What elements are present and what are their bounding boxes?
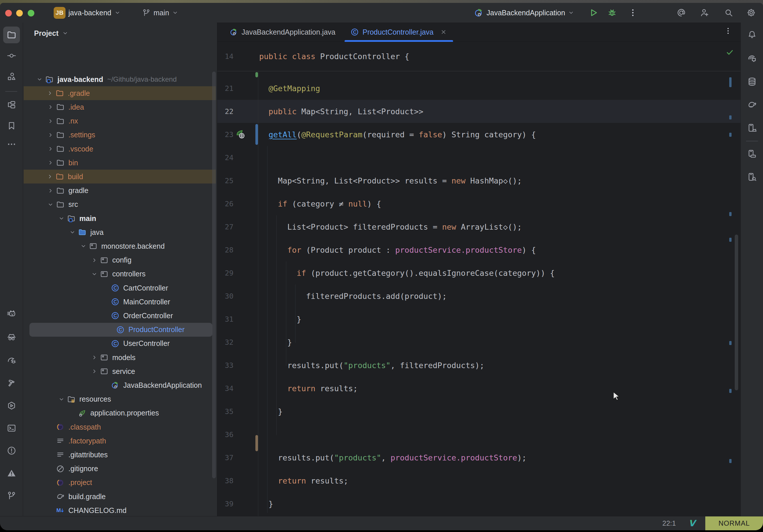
- ideavim-icon[interactable]: V: [688, 518, 698, 528]
- tree-item--project[interactable]: .project: [24, 476, 215, 489]
- tree-item--gradle[interactable]: .gradle: [24, 86, 216, 100]
- line-number[interactable]: 29: [217, 262, 234, 284]
- tool-terminal-button[interactable]: [3, 420, 20, 437]
- tree-item--vscode[interactable]: .vscode: [24, 142, 215, 156]
- tree-item-maincontroller[interactable]: CMainController: [24, 295, 215, 309]
- chevron-right-icon[interactable]: [89, 257, 99, 264]
- line-number[interactable]: 37: [217, 446, 234, 469]
- tree-item-src[interactable]: src: [24, 198, 215, 211]
- code-line-31[interactable]: 31 }: [217, 308, 740, 331]
- tree-item-cartcontroller[interactable]: CCartController: [24, 281, 215, 295]
- tool-notifications-button[interactable]: [744, 26, 760, 43]
- chevron-right-icon[interactable]: [45, 90, 55, 96]
- tool-bookmarks-button[interactable]: [3, 117, 20, 134]
- project-widget[interactable]: JB java-backend: [54, 3, 121, 23]
- maximize-window-button[interactable]: [28, 10, 34, 16]
- tool-gradle-button[interactable]: [744, 96, 760, 113]
- line-number[interactable]: 21: [217, 77, 234, 100]
- tree-item-java[interactable]: java: [24, 225, 215, 239]
- code-line-30[interactable]: 30 filteredProducts.add(product);: [217, 284, 740, 308]
- tree-item-bin[interactable]: bin: [24, 156, 215, 170]
- close-tab-icon[interactable]: [440, 28, 447, 36]
- code-line-32[interactable]: 32 }: [217, 331, 740, 354]
- line-number[interactable]: 33: [217, 354, 234, 377]
- code-line-25[interactable]: 25 Map<String, List<Product>> results = …: [217, 169, 740, 192]
- tab-javabackendapplication-java[interactable]: JavaBackendApplication.java: [222, 23, 343, 42]
- code-line-26[interactable]: 26 if (category ≠ null) {: [217, 192, 740, 215]
- chevron-down-icon[interactable]: [56, 396, 66, 402]
- chevron-down-icon[interactable]: [78, 243, 88, 249]
- tree-item-application-properties[interactable]: application.properties: [24, 406, 215, 420]
- tool-services-button[interactable]: [3, 397, 20, 414]
- inspections-ok-icon[interactable]: [725, 48, 734, 56]
- code-line-21[interactable]: 21 @GetMapping: [217, 77, 740, 100]
- code-line-38[interactable]: 38 return results;: [217, 469, 740, 492]
- tree-item-build[interactable]: build: [24, 170, 216, 183]
- tool-database-button[interactable]: [744, 73, 760, 90]
- tool-warnings-button[interactable]: [3, 465, 20, 481]
- tool-more-button[interactable]: [3, 136, 20, 153]
- branch-widget[interactable]: main: [142, 3, 178, 23]
- tree-item--gitignore[interactable]: .gitignore: [24, 462, 215, 476]
- editor-scrollbar[interactable]: [735, 235, 738, 390]
- tree-item--idea[interactable]: .idea: [24, 100, 215, 114]
- code-line-29[interactable]: 29 if (product.getCategory().equalsIgnor…: [217, 262, 740, 284]
- line-number[interactable]: 25: [217, 169, 234, 192]
- line-number[interactable]: 23: [217, 123, 234, 146]
- tree-item-gradle[interactable]: gradle: [24, 184, 215, 198]
- chevron-right-icon[interactable]: [89, 368, 99, 374]
- ai-mentions-button[interactable]: [676, 3, 686, 23]
- tree-item--factorypath[interactable]: .factorypath: [24, 434, 215, 448]
- code-line-22[interactable]: 22 public Map<String, List<Product>>: [217, 100, 740, 123]
- chevron-right-icon[interactable]: [45, 173, 55, 180]
- tree-item-resources[interactable]: resources: [24, 392, 215, 406]
- tree-item-monostore-backend[interactable]: monostore.backend: [24, 239, 215, 253]
- tree-item--settings[interactable]: .settings: [24, 128, 215, 142]
- code-line-35[interactable]: 35 }: [217, 400, 740, 423]
- line-number[interactable]: 39: [217, 492, 234, 515]
- tree-item-ordercontroller[interactable]: COrderController: [24, 309, 215, 323]
- code-line-37[interactable]: 37 results.put("products", productServic…: [217, 446, 740, 469]
- caret-position[interactable]: 22:1: [662, 519, 676, 527]
- minimize-window-button[interactable]: [16, 10, 23, 16]
- chevron-down-icon[interactable]: [89, 271, 99, 277]
- tree-item--gitattributes[interactable]: .gitattributes: [24, 448, 215, 462]
- tool-copilot-button[interactable]: [3, 305, 20, 322]
- chevron-right-icon[interactable]: [46, 160, 55, 166]
- close-window-button[interactable]: [5, 10, 12, 16]
- chevron-right-icon[interactable]: [46, 132, 55, 138]
- tool-problems-button[interactable]: [3, 442, 20, 459]
- tree-item-usercontroller[interactable]: CUserController: [24, 337, 215, 351]
- tree-item-javabackendapplication[interactable]: JavaBackendApplication: [24, 378, 215, 392]
- chevron-right-icon[interactable]: [46, 104, 55, 110]
- chevron-right-icon[interactable]: [46, 146, 55, 152]
- code-line-23[interactable]: 23 getAll(@RequestParam(required = false…: [217, 123, 740, 146]
- tool-device-explorer-button[interactable]: [744, 168, 760, 185]
- tree-item-main[interactable]: main: [24, 211, 215, 225]
- more-run-actions-button[interactable]: [628, 3, 638, 23]
- tool-incognito-button[interactable]: [3, 329, 20, 345]
- tool-profiler-button[interactable]: [3, 352, 20, 369]
- chevron-down-icon[interactable]: [35, 76, 45, 82]
- tool-hierarchy-button[interactable]: [3, 96, 20, 113]
- line-number[interactable]: 14: [217, 42, 234, 71]
- tool-ai-assistant-button[interactable]: [744, 50, 760, 67]
- line-number[interactable]: 34: [217, 377, 234, 400]
- tree-item-service[interactable]: service: [24, 365, 215, 378]
- tab-productcontroller-java[interactable]: CProductController.java: [343, 23, 455, 42]
- tree-item-config[interactable]: config: [24, 253, 215, 267]
- tree-item-productcontroller[interactable]: CProductController: [30, 323, 212, 337]
- tool-commit-button[interactable]: [3, 47, 20, 64]
- code-line-27[interactable]: 27 List<Product> filteredProducts = new …: [217, 215, 740, 238]
- code-line-33[interactable]: 33 results.put("products", filteredProdu…: [217, 354, 740, 377]
- line-number[interactable]: 26: [217, 192, 234, 215]
- tool-running-devices-button[interactable]: [744, 146, 760, 162]
- line-number[interactable]: 22: [217, 100, 234, 123]
- run-configuration-widget[interactable]: JavaBackendApplication: [474, 3, 574, 23]
- code-line-34[interactable]: 34 return results;: [217, 377, 740, 400]
- tree-item-java-backend[interactable]: java-backend~/Github/java-backend: [24, 72, 215, 86]
- code-with-me-button[interactable]: [700, 3, 709, 23]
- tool-project-button[interactable]: [3, 27, 20, 43]
- chevron-down-icon[interactable]: [56, 215, 66, 222]
- line-number[interactable]: 30: [217, 284, 234, 308]
